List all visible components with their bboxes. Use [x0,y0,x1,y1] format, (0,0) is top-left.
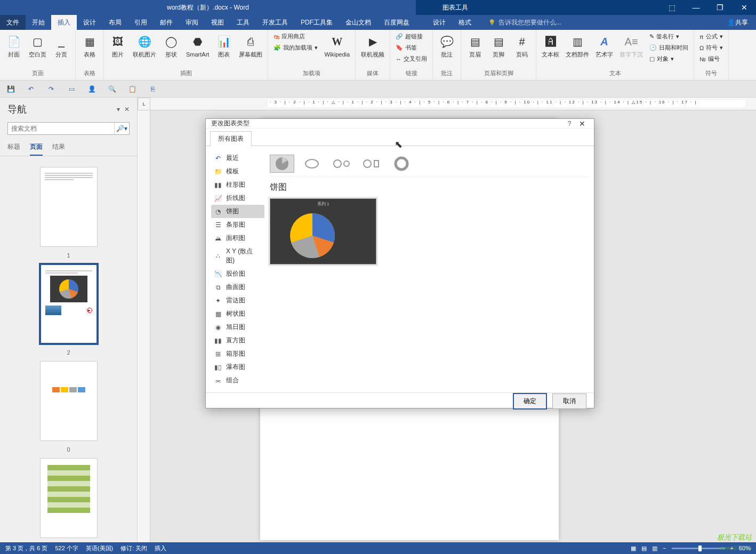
shapes-button[interactable]: ◯形状 [160,31,182,60]
cat-sunburst[interactable]: ◉旭日图 [211,320,264,334]
hyperlink-button[interactable]: 🔗超链接 [393,31,429,42]
minimize-icon[interactable]: — [684,0,708,15]
subtype-pie[interactable] [270,155,294,173]
signature-button[interactable]: ✎签名行 ▾ [647,31,690,42]
equation-button[interactable]: π公式 ▾ [697,31,725,42]
wordart-button[interactable]: A艺术字 [593,31,615,60]
header-button[interactable]: ▤页眉 [464,31,486,60]
qat-btn-4[interactable]: ▭ [66,84,77,94]
page-thumbnail[interactable] [40,361,98,441]
quickparts-button[interactable]: ▥文档部件 [564,31,591,60]
vertical-ruler[interactable] [138,110,150,542]
cat-column[interactable]: ▮▮柱形图 [211,178,264,191]
cancel-button[interactable]: 取消 [552,394,586,409]
dialog-close-button[interactable]: ✕ [576,119,589,128]
status-words[interactable]: 522 个字 [55,544,78,552]
tab-kingsoft[interactable]: 金山文档 [339,15,377,30]
status-lang[interactable]: 英语(美国) [86,544,113,552]
tab-tools[interactable]: 工具 [230,15,256,30]
qat-btn-6[interactable]: 🔍 [107,84,117,94]
horizontal-ruler[interactable]: · 3 · | · 2 · | · 1 · | · △ · | · 1 · | … [150,98,756,110]
view-read-icon[interactable]: ▤ [641,545,647,552]
my-addins-button[interactable]: 🧩我的加载项 ▾ [271,43,320,53]
tab-references[interactable]: 引用 [128,15,154,30]
redo-button[interactable]: ↷ [46,84,57,94]
nav-tab-headings[interactable]: 标题 [7,142,20,156]
qat-btn-7[interactable]: 📋 [127,84,138,94]
smartart-button[interactable]: ⬣SmartArt [184,31,211,60]
nav-pages[interactable]: 1 ▶ 2 0 1 [0,156,137,542]
subtype-3d-pie[interactable] [300,155,324,173]
restore-icon[interactable]: ❐ [708,0,732,15]
tell-me-input[interactable]: 告诉我您想要做什么... [478,15,719,30]
chart-preview[interactable]: 系列 1 [270,198,376,264]
page-break-button[interactable]: ⎯分页 [51,31,72,60]
tab-file[interactable]: 文件 [0,15,26,30]
subtype-pie-of-pie[interactable] [329,155,354,173]
search-button[interactable]: 🔎▾ [114,123,129,134]
tab-home[interactable]: 开始 [26,15,51,30]
online-pictures-button[interactable]: 🌐联机图片 [131,31,158,60]
page-thumbnail[interactable] [40,458,98,538]
tab-chart-design[interactable]: 设计 [427,15,452,30]
store-button[interactable]: 🛍应用商店 [271,31,320,42]
page-thumbnail[interactable] [40,167,98,247]
tab-design[interactable]: 设计 [77,15,102,30]
qat-btn-5[interactable]: 👤 [86,84,97,94]
qat-btn-8[interactable]: ⎘ [147,84,158,94]
cat-boxplot[interactable]: ⊞箱形图 [211,347,264,360]
cat-waterfall[interactable]: ▮▯瀑布图 [211,360,264,374]
object-button[interactable]: ▢对象 ▾ [647,54,690,64]
cat-combo[interactable]: ⫘组合 [211,374,264,387]
nav-tab-pages[interactable]: 页面 [30,142,43,156]
tab-review[interactable]: 审阅 [179,15,205,30]
tab-view[interactable]: 视图 [205,15,230,30]
online-video-button[interactable]: ▶联机视频 [359,31,387,60]
dropcap-button[interactable]: A≡首字下沉 [617,31,645,60]
zoom-slider[interactable] [672,548,725,549]
symbol-button[interactable]: Ω符号 ▾ [697,43,725,53]
tab-insert[interactable]: 插入 [51,15,77,30]
cat-surface[interactable]: ⧉曲面图 [211,280,264,294]
tab-baidu[interactable]: 百度网盘 [377,15,416,30]
tab-chart-format[interactable]: 格式 [452,15,478,30]
view-print-layout-icon[interactable]: ▦ [631,545,636,552]
dialog-titlebar[interactable]: 更改图表类型 ? ✕ [206,119,594,129]
ok-button[interactable]: 确定 [513,393,547,410]
tab-layout[interactable]: 布局 [102,15,128,30]
footer-button[interactable]: ▤页脚 [488,31,509,60]
cat-stock[interactable]: 📉股价图 [211,267,264,280]
page-thumbnail[interactable]: ▶ [40,264,98,344]
cover-page-button[interactable]: 📄封面 [3,31,25,60]
save-button[interactable]: 💾 [5,84,16,94]
tab-mailings[interactable]: 邮件 [154,15,179,30]
dialog-tab-all-charts[interactable]: 所有图表 [210,131,252,146]
screenshot-button[interactable]: ⎙屏幕截图 [237,31,264,60]
cat-recent[interactable]: ↶最近 [211,151,264,165]
tab-pdf[interactable]: PDF工具集 [294,15,339,30]
share-button[interactable]: 👤 共享 [719,15,756,30]
comment-button[interactable]: 💬批注 [436,31,457,60]
cat-bar[interactable]: ☰条形图 [211,218,264,231]
cat-radar[interactable]: ✦雷达图 [211,294,264,307]
cat-histogram[interactable]: ▮▮直方图 [211,334,264,347]
textbox-button[interactable]: 🅰文本框 [540,31,561,60]
crossref-button[interactable]: ↔交叉引用 [393,54,429,64]
cat-scatter[interactable]: ∴X Y (散点图) [211,245,264,267]
nav-tab-results[interactable]: 结果 [52,142,65,156]
subtype-bar-of-pie[interactable] [359,155,384,173]
subtype-doughnut[interactable] [389,155,414,173]
pictures-button[interactable]: 🖼图片 [107,31,128,60]
status-mode[interactable]: 插入 [155,544,166,552]
tab-developer[interactable]: 开发工具 [256,15,294,30]
chart-button[interactable]: 📊图表 [213,31,235,60]
view-web-icon[interactable]: ▥ [652,545,657,552]
search-input[interactable] [8,123,114,134]
blank-page-button[interactable]: ▢空白页 [27,31,49,60]
cat-templates[interactable]: 📁模板 [211,165,264,178]
cat-treemap[interactable]: ▦树状图 [211,307,264,320]
zoom-out-button[interactable]: − [663,545,666,551]
table-button[interactable]: ▦表格 [79,31,100,60]
cat-area[interactable]: ⛰面积图 [211,231,264,245]
status-track[interactable]: 修订: 关闭 [120,544,147,552]
